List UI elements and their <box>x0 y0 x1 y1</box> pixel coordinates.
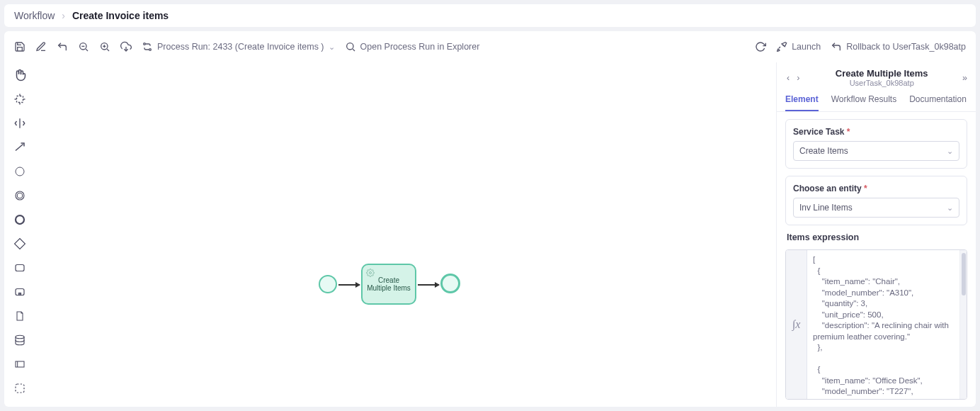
entity-value: Inv Line Items <box>799 203 853 213</box>
refresh-icon[interactable] <box>755 41 766 52</box>
zoom-out-icon[interactable] <box>78 41 89 52</box>
breadcrumb-root[interactable]: Workflow <box>14 10 55 21</box>
open-in-explorer-label: Open Process Run in Explorer <box>360 42 480 52</box>
svg-point-7 <box>144 43 146 45</box>
panel-subtitle: UserTask_0k98atp <box>807 79 957 87</box>
required-mark: * <box>847 127 850 137</box>
svg-line-1 <box>86 49 88 51</box>
save-icon[interactable] <box>14 41 25 52</box>
end-event-icon[interactable] <box>11 211 28 228</box>
chevron-down-icon: ⌄ <box>329 43 335 52</box>
bpmn-end-event[interactable] <box>440 274 460 293</box>
svg-line-4 <box>107 49 109 51</box>
edit-icon[interactable] <box>35 41 47 52</box>
collapse-panel-icon[interactable]: » <box>962 73 967 83</box>
process-run-selector[interactable]: Process Run: 2433 (Create Invoice items … <box>142 41 335 52</box>
undo-icon[interactable] <box>57 41 68 52</box>
group-icon[interactable] <box>11 380 28 397</box>
svg-rect-11 <box>17 96 23 103</box>
breadcrumb-bar: Workflow › Create Invoice items <box>4 4 976 27</box>
bpmn-sequence-flow[interactable] <box>418 284 439 286</box>
scrollbar[interactable] <box>959 250 967 399</box>
prev-element-icon[interactable]: ‹ <box>785 72 791 84</box>
chevron-down-icon: ⌄ <box>947 147 953 156</box>
svg-point-8 <box>149 49 152 51</box>
intermediate-event-icon[interactable] <box>11 187 28 204</box>
svg-point-31 <box>370 272 372 274</box>
entity-select[interactable]: Inv Line Items ⌄ <box>793 198 959 218</box>
breadcrumb-separator-icon: › <box>62 10 65 21</box>
rollback-label: Rollback to UserTask_0k98atp <box>846 42 966 52</box>
toolbar: Process Run: 2433 (Create Invoice items … <box>4 31 976 62</box>
gear-icon <box>365 268 375 278</box>
svg-point-9 <box>346 43 353 50</box>
bpmn-task-label: Create Multiple Items <box>365 276 412 292</box>
svg-point-19 <box>17 193 23 198</box>
process-run-icon <box>142 41 153 52</box>
zoom-in-icon[interactable] <box>99 41 110 52</box>
cloud-download-icon[interactable] <box>120 41 132 52</box>
items-expression-label: Items expression <box>785 232 967 242</box>
panel-tabs: Element Workflow Results Documentation <box>777 89 976 112</box>
tab-workflow-results[interactable]: Workflow Results <box>831 94 896 111</box>
canvas[interactable]: Create Multiple Items <box>35 62 776 407</box>
svg-rect-22 <box>16 265 24 271</box>
data-store-icon[interactable] <box>11 332 28 349</box>
bpmn-sequence-flow[interactable] <box>338 284 360 286</box>
bpmn-start-event[interactable] <box>319 275 337 293</box>
task-icon[interactable] <box>11 259 28 276</box>
service-task-label: Service Task <box>793 127 845 137</box>
breadcrumb-current: Create Invoice items <box>72 10 169 21</box>
next-element-icon[interactable]: › <box>795 72 801 84</box>
svg-rect-28 <box>16 361 24 367</box>
tab-element[interactable]: Element <box>785 94 819 111</box>
items-expression-field: ∫x [ { "item_name": "Chair", "model_numb… <box>785 249 967 400</box>
service-task-value: Create Items <box>799 146 848 156</box>
svg-point-27 <box>16 335 24 339</box>
hand-tool-icon[interactable] <box>11 67 28 84</box>
svg-rect-30 <box>16 384 24 393</box>
palette <box>4 62 35 407</box>
process-run-label: Process Run: 2433 (Create Invoice items … <box>157 42 324 52</box>
launch-button[interactable]: Launch <box>776 41 821 52</box>
connect-tool-icon[interactable] <box>11 139 28 156</box>
panel-title: Create Multiple Items <box>807 68 957 79</box>
items-expression-input[interactable]: [ { "item_name": "Chair", "model_number"… <box>807 250 959 399</box>
lasso-tool-icon[interactable] <box>11 91 28 108</box>
bpmn-service-task[interactable]: Create Multiple Items <box>361 264 416 305</box>
tab-documentation[interactable]: Documentation <box>909 94 967 111</box>
fx-icon[interactable]: ∫x <box>786 250 807 399</box>
rollback-icon <box>831 41 842 52</box>
editor-card: Process Run: 2433 (Create Invoice items … <box>4 31 976 407</box>
pool-icon[interactable] <box>11 356 28 373</box>
open-in-explorer-link[interactable]: Open Process Run in Explorer <box>345 41 480 52</box>
rocket-icon <box>776 41 787 52</box>
svg-point-20 <box>16 215 24 224</box>
gateway-icon[interactable] <box>11 235 28 252</box>
svg-line-10 <box>353 49 355 51</box>
launch-label: Launch <box>792 42 821 52</box>
data-object-icon[interactable] <box>11 308 28 325</box>
entity-field: Choose an entity * Inv Line Items ⌄ <box>785 176 967 225</box>
space-tool-icon[interactable] <box>11 115 28 132</box>
svg-rect-21 <box>15 239 25 249</box>
chevron-down-icon: ⌄ <box>947 203 953 213</box>
service-task-field: Service Task * Create Items ⌄ <box>785 119 967 169</box>
search-icon <box>345 41 356 52</box>
entity-label: Choose an entity <box>793 184 862 193</box>
start-event-thin-icon[interactable] <box>11 163 28 180</box>
service-task-select[interactable]: Create Items ⌄ <box>793 141 959 161</box>
svg-point-17 <box>16 167 24 176</box>
required-mark: * <box>864 184 867 193</box>
properties-panel: ‹ › Create Multiple Items UserTask_0k98a… <box>776 62 976 407</box>
rollback-button[interactable]: Rollback to UserTask_0k98atp <box>831 41 966 52</box>
subprocess-icon[interactable] <box>11 283 28 300</box>
